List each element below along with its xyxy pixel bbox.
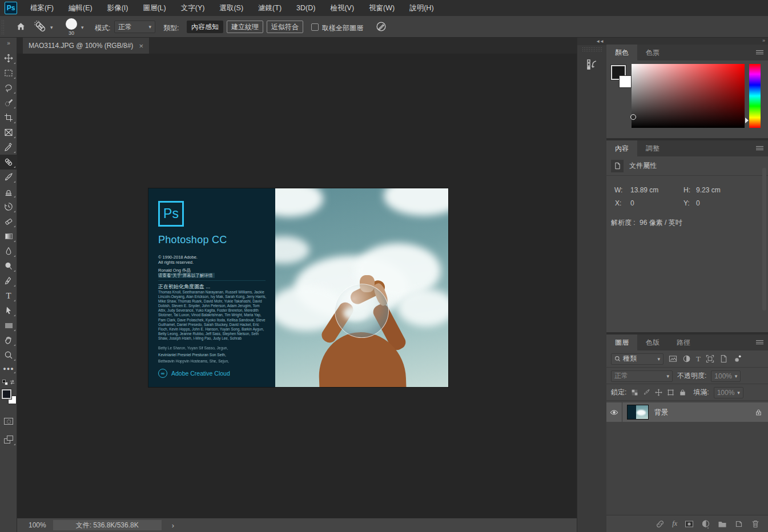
quick-mask-button[interactable] xyxy=(0,414,17,429)
delete-layer-icon[interactable] xyxy=(751,519,760,529)
lasso-tool[interactable] xyxy=(0,80,17,95)
y-value[interactable]: 0 xyxy=(696,199,700,207)
zoom-level-field[interactable]: 100% xyxy=(29,521,46,529)
lock-artboard-icon[interactable] xyxy=(667,389,674,396)
type-tool[interactable]: T xyxy=(0,288,17,303)
home-button[interactable] xyxy=(16,22,26,31)
tab-channels[interactable]: 色版 xyxy=(637,334,668,350)
pen-tool[interactable] xyxy=(0,273,17,288)
menu-3d[interactable]: 3D(D) xyxy=(289,0,323,16)
spot-healing-brush-tool[interactable] xyxy=(0,155,17,170)
fill-field[interactable]: 100% ▾ xyxy=(714,387,743,398)
menu-file[interactable]: 檔案(F) xyxy=(23,0,61,16)
gradient-tool[interactable] xyxy=(0,229,17,244)
new-adjustment-layer-icon[interactable] xyxy=(701,519,710,529)
saturation-brightness-field[interactable] xyxy=(632,64,745,128)
resolution-value[interactable]: 96 像素 / 英吋 xyxy=(640,218,682,228)
menu-select[interactable]: 選取(S) xyxy=(212,0,251,16)
status-chevron-icon[interactable]: › xyxy=(172,521,174,530)
tab-close-icon[interactable]: × xyxy=(139,42,143,50)
hue-slider[interactable] xyxy=(749,64,761,128)
filter-type-layers-icon[interactable]: T xyxy=(696,354,701,364)
lock-pixels-icon[interactable] xyxy=(643,389,650,396)
frame-tool[interactable] xyxy=(0,125,17,140)
layers-panel-menu-icon[interactable] xyxy=(756,340,763,345)
tab-swatches[interactable]: 色票 xyxy=(637,45,668,61)
eyedropper-tool[interactable] xyxy=(0,140,17,155)
menu-layer[interactable]: 圖層(L) xyxy=(135,0,173,16)
document-tab[interactable]: MAO3114.JPG @ 100% (RGB/8#) × xyxy=(23,38,149,54)
menu-filter[interactable]: 濾鏡(T) xyxy=(251,0,289,16)
dodge-tool[interactable] xyxy=(0,259,17,273)
dock-collapse-button[interactable]: ◄◄ xyxy=(577,38,606,45)
width-value[interactable]: 13.89 cm xyxy=(630,186,658,194)
screen-mode-button[interactable] xyxy=(0,432,17,447)
filter-adjustment-layers-icon[interactable] xyxy=(682,354,691,363)
mode-select[interactable]: 正常 ▾ xyxy=(114,21,155,33)
tab-layers[interactable]: 圖層 xyxy=(606,334,637,350)
quick-selection-tool[interactable] xyxy=(0,95,17,110)
foreground-background-colors[interactable] xyxy=(0,389,17,409)
rectangular-marquee-tool[interactable] xyxy=(0,66,17,80)
color-background-swatch[interactable] xyxy=(619,75,632,88)
menu-view[interactable]: 檢視(V) xyxy=(323,0,361,16)
color-panel-menu-icon[interactable] xyxy=(756,50,763,55)
brush-size-picker[interactable]: 30 xyxy=(64,18,79,36)
brush-tool[interactable] xyxy=(0,170,17,184)
add-layer-mask-icon[interactable] xyxy=(685,519,694,529)
menu-image[interactable]: 影像(I) xyxy=(100,0,136,16)
zoom-tool[interactable] xyxy=(0,348,17,362)
link-layers-icon[interactable] xyxy=(656,519,665,529)
path-selection-tool[interactable] xyxy=(0,303,17,318)
tab-properties[interactable]: 內容 xyxy=(606,140,637,156)
tab-adjustments[interactable]: 調整 xyxy=(637,140,668,156)
filter-smart-objects-icon[interactable] xyxy=(719,354,728,363)
move-tool[interactable] xyxy=(0,51,17,66)
filter-pin-icon[interactable] xyxy=(733,354,742,363)
foreground-color-swatch[interactable] xyxy=(2,389,11,399)
toolbar-collapse-icon[interactable]: » xyxy=(0,38,17,47)
new-layer-icon[interactable] xyxy=(734,519,743,529)
menu-edit[interactable]: 編輯(E) xyxy=(61,0,100,16)
canvas-area[interactable]: Ps Photoshop CC © 1990-2018 Adobe. All r… xyxy=(17,54,577,518)
height-value[interactable]: 9.23 cm xyxy=(696,186,721,194)
hand-tool[interactable] xyxy=(0,333,17,348)
lock-transparency-icon[interactable] xyxy=(631,389,638,396)
crop-tool[interactable] xyxy=(0,110,17,125)
tool-preset-spot-healing-icon[interactable] xyxy=(34,21,47,33)
type-content-aware-button[interactable]: 內容感知 xyxy=(187,21,223,33)
menu-window[interactable]: 視窗(W) xyxy=(361,0,402,16)
new-group-icon[interactable] xyxy=(718,519,727,529)
sample-all-layers-checkbox[interactable] xyxy=(311,23,319,31)
hue-slider-marker[interactable] xyxy=(745,118,749,123)
color-field-marker[interactable] xyxy=(630,114,636,120)
history-panel-icon[interactable] xyxy=(577,53,607,76)
opacity-field[interactable]: 100% ▾ xyxy=(711,370,741,382)
eraser-tool[interactable] xyxy=(0,214,17,229)
type-proximity-match-button[interactable]: 近似符合 xyxy=(267,21,303,33)
tool-preset-chevron-icon[interactable]: ▾ xyxy=(50,25,53,30)
properties-scrollbar[interactable] xyxy=(762,168,766,311)
open-image[interactable]: Ps Photoshop CC © 1990-2018 Adobe. All r… xyxy=(148,188,448,387)
type-create-texture-button[interactable]: 建立紋理 xyxy=(227,21,263,33)
edit-toolbar-button[interactable]: ●●● xyxy=(0,362,17,375)
properties-panel-menu-icon[interactable] xyxy=(756,146,763,151)
tab-color[interactable]: 顏色 xyxy=(606,45,637,61)
rectangle-tool[interactable] xyxy=(0,318,17,333)
history-brush-tool[interactable] xyxy=(0,199,17,214)
pen-pressure-button[interactable] xyxy=(376,21,387,32)
layer-styles-icon[interactable]: fx xyxy=(672,519,677,528)
tab-paths[interactable]: 路徑 xyxy=(668,334,699,350)
x-value[interactable]: 0 xyxy=(630,199,634,207)
blur-tool[interactable] xyxy=(0,244,17,259)
layer-visibility-toggle[interactable] xyxy=(606,402,622,422)
clone-stamp-tool[interactable] xyxy=(0,184,17,199)
lock-position-icon[interactable] xyxy=(655,389,662,396)
blend-mode-select[interactable]: 正常 ▾ xyxy=(611,370,673,382)
lock-all-icon[interactable] xyxy=(679,389,686,396)
filter-pixel-layers-icon[interactable] xyxy=(669,354,677,363)
swap-colors-icon[interactable] xyxy=(9,379,15,385)
layer-row-background[interactable]: 背景 xyxy=(606,402,768,422)
layer-name[interactable]: 背景 xyxy=(654,408,668,417)
menu-help[interactable]: 說明(H) xyxy=(402,0,441,16)
